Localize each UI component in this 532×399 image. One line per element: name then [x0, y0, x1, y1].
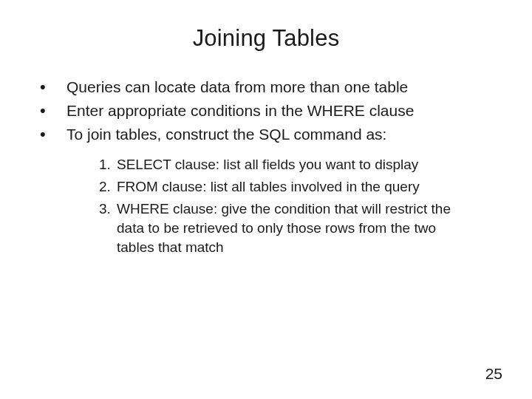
bullet-item: • Queries can locate data from more than…: [40, 77, 502, 98]
slide: Joining Tables • Queries can locate data…: [0, 0, 532, 399]
bullet-item: • Enter appropriate conditions in the WH…: [40, 100, 502, 121]
numbered-item: 1. SELECT clause: list all fields you wa…: [99, 155, 466, 174]
numbered-text: FROM clause: list all tables involved in…: [117, 177, 420, 197]
bullet-dot-icon: •: [40, 124, 66, 145]
numbered-text: WHERE clause: give the condition that wi…: [117, 200, 466, 257]
slide-title: Joining Tables: [30, 25, 502, 52]
numbered-label: 1.: [99, 155, 117, 174]
bullet-list: • Queries can locate data from more than…: [40, 77, 502, 145]
bullet-text: Enter appropriate conditions in the WHER…: [66, 100, 414, 121]
bullet-dot-icon: •: [40, 77, 66, 98]
numbered-item: 2. FROM clause: list all tables involved…: [99, 177, 466, 197]
bullet-text: To join tables, construct the SQL comman…: [66, 124, 386, 145]
numbered-label: 3.: [99, 200, 117, 219]
bullet-text: Queries can locate data from more than o…: [66, 77, 408, 98]
page-number: 25: [485, 365, 502, 383]
bullet-dot-icon: •: [40, 100, 66, 121]
numbered-label: 2.: [99, 177, 117, 197]
bullet-item: • To join tables, construct the SQL comm…: [40, 124, 502, 145]
numbered-list: 1. SELECT clause: list all fields you wa…: [99, 155, 466, 257]
numbered-text: SELECT clause: list all fields you want …: [117, 155, 418, 174]
numbered-item: 3. WHERE clause: give the condition that…: [99, 200, 466, 257]
